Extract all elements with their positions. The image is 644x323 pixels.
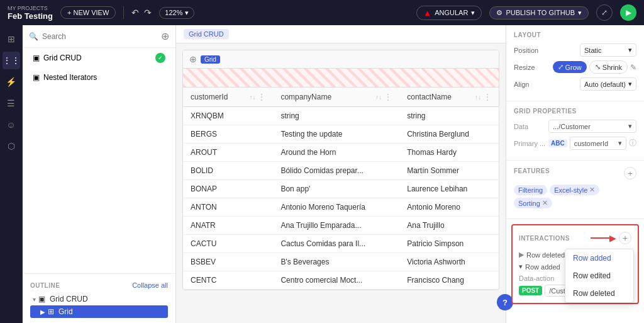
outline-grid-sub-icon: ⊞: [48, 307, 54, 316]
grid-properties-section: GRID PROPERTIES Data .../Customer ▾ Prim…: [506, 101, 644, 161]
cell-contactName: string: [399, 107, 499, 125]
data-label: Data: [514, 123, 548, 130]
search-input[interactable]: [42, 32, 157, 41]
dropdown-item-row-edited[interactable]: Row edited: [565, 267, 633, 285]
new-view-button[interactable]: + NEW VIEW: [60, 6, 116, 19]
collapse-arrow-icon: ▾: [33, 296, 36, 303]
grow-icon: ⤢: [558, 63, 564, 71]
shrink-button[interactable]: ⤡ Shrink: [589, 60, 628, 74]
sidebar-icon-pages[interactable]: ⊞: [3, 30, 20, 48]
zoom-button[interactable]: 122% ▾: [159, 7, 194, 19]
sidebar-icon-data[interactable]: ⚡: [3, 73, 20, 91]
table-row[interactable]: ANTONAntonio Moreno TaqueríaAntonio More…: [183, 198, 499, 217]
sort-icons[interactable]: ↑↓: [249, 94, 255, 101]
info-icon[interactable]: ⓘ: [629, 138, 636, 149]
tree-item-grid-crud[interactable]: ▣ Grid CRUD ✓: [26, 49, 172, 67]
cell-customerId: ANTON: [183, 198, 273, 217]
dropdown-item-row-deleted[interactable]: Row deleted: [565, 285, 633, 302]
data-row: Data .../Customer ▾: [514, 120, 636, 133]
data-dropdown-icon: ▾: [628, 122, 632, 130]
feature-excel-style: Excel-style ✕: [550, 184, 599, 195]
expand-arrow-icon: ▶: [40, 309, 45, 315]
nested-iterators-label: Nested Iterators: [43, 73, 165, 82]
table-row[interactable]: BSBEVB's BeveragesVictoria Ashworth: [183, 253, 499, 271]
redo-icon[interactable]: ↷: [144, 8, 152, 18]
share-button[interactable]: ⤢: [596, 4, 613, 21]
features-label: FEATURES: [514, 167, 550, 174]
topbar: MY PROJECTS Feb Testing + NEW VIEW ↶ ↷ 1…: [0, 0, 644, 25]
my-projects-label: MY PROJECTS: [8, 5, 53, 11]
grow-button[interactable]: ⤢ Grow: [553, 61, 587, 73]
cell-customerId: CACTU: [183, 235, 273, 253]
feature-filtering-label: Filtering: [518, 186, 543, 194]
col-label-customerId: customerId: [191, 93, 228, 101]
cell-companyName: Around the Horn: [273, 144, 399, 162]
primary-select[interactable]: customerId ▾: [570, 137, 626, 150]
add-feature-button[interactable]: +: [624, 167, 636, 179]
sidebar-icon-layers[interactable]: ⬡: [3, 137, 20, 155]
table-row[interactable]: BONAPBon app'Laurence Lebihan: [183, 180, 499, 198]
grid-tag: Grid: [201, 55, 220, 64]
table-row[interactable]: XRNQBMstringstring: [183, 107, 499, 125]
table-row[interactable]: BOLIDBólido Comidas prepar...Martín Somm…: [183, 162, 499, 180]
edit-icon[interactable]: ✎: [630, 63, 636, 72]
table-row[interactable]: ANATRAna Trujillo Emparada...Ana Trujill…: [183, 217, 499, 235]
cell-contactName: Patricio Simpson: [399, 235, 499, 253]
zoom-label: 122%: [165, 9, 182, 16]
undo-icon[interactable]: ↶: [131, 8, 139, 18]
cell-customerId: BSBEV: [183, 253, 273, 271]
left-panel-spacer: [23, 87, 175, 273]
framework-dropdown-icon: ▾: [471, 9, 475, 17]
position-label: Position: [514, 47, 538, 54]
outline-node-grid-crud[interactable]: ▾ ▣ Grid CRUD: [30, 293, 168, 305]
align-select[interactable]: Auto (default) ▾: [580, 77, 636, 91]
sidebar-icon-face[interactable]: ☺: [3, 116, 20, 133]
collapse-all-link[interactable]: Collapse all: [132, 281, 168, 289]
sort-icons-2[interactable]: ↑↓: [375, 94, 382, 101]
table-row[interactable]: BERGSTesting the updateChristina Berglun…: [183, 125, 499, 144]
outline-section: OUTLINE Collapse all ▾ ▣ Grid CRUD ▶ ⊞ G…: [23, 273, 175, 323]
outline-header: OUTLINE Collapse all: [28, 279, 170, 293]
outline-grid-icon: ▣: [38, 295, 45, 303]
active-indicator: ✓: [155, 53, 165, 63]
sort-icons-3[interactable]: ↑↓: [475, 94, 481, 101]
play-button[interactable]: ▶: [620, 4, 636, 21]
align-row: Align Auto (default) ▾: [514, 77, 636, 91]
dropdown-item-row-added[interactable]: Row added: [565, 249, 633, 267]
sidebar-icon-settings[interactable]: ☰: [3, 94, 20, 112]
right-panel: LAYOUT Position Static ▾ Resize ⤢ Grow ⤡: [506, 25, 644, 323]
outline-grid-label: Grid: [58, 307, 73, 316]
add-interaction-button[interactable]: +: [619, 232, 631, 244]
main-layout: ⊞ ⋮⋮ ⚡ ☰ ☺ ⬡ 🔍 ⊕ ▣ Grid CRUD ✓ ▣ Nested …: [0, 25, 644, 323]
table-row[interactable]: AROUTAround the HornThomas Hardy: [183, 144, 499, 162]
cell-companyName: string: [273, 107, 399, 125]
framework-button[interactable]: ▲ ANGULAR ▾: [416, 6, 482, 20]
cell-customerId: BOLID: [183, 162, 273, 180]
col-more-icon-2[interactable]: ⋮: [384, 93, 392, 101]
cell-contactName: Christina Berglund: [399, 125, 499, 144]
abc-badge: ABC: [548, 139, 567, 147]
publish-button[interactable]: ⚙ PUBLISH TO GITHUB ▾: [489, 6, 589, 20]
outline-tree: ▾ ▣ Grid CRUD ▶ ⊞ Grid: [28, 293, 170, 318]
feature-excel-remove[interactable]: ✕: [589, 186, 595, 194]
cell-contactName: Francisco Chang: [399, 271, 499, 290]
grid-props-label: GRID PROPERTIES: [514, 108, 636, 115]
outline-node-grid[interactable]: ▶ ⊞ Grid: [30, 305, 168, 318]
sidebar-icon-components[interactable]: ⋮⋮: [3, 52, 20, 69]
data-select[interactable]: .../Customer ▾: [548, 120, 636, 133]
col-more-icon-3[interactable]: ⋮: [484, 93, 491, 101]
position-select[interactable]: Static ▾: [580, 43, 636, 57]
resize-label: Resize: [514, 64, 535, 71]
resize-row: Resize ⤢ Grow ⤡ Shrink ✎: [514, 60, 636, 74]
col-more-icon[interactable]: ⋮: [258, 93, 265, 101]
add-item-icon[interactable]: ⊕: [161, 30, 169, 42]
play-icon: ▶: [626, 8, 631, 17]
table-row[interactable]: CACTUCactus Comidas para Il...Patricio S…: [183, 235, 499, 253]
grid-crud-icon: ▣: [33, 54, 40, 62]
tree-item-nested-iterators[interactable]: ▣ Nested Iterators: [26, 69, 172, 86]
position-dropdown-icon: ▾: [628, 46, 632, 54]
left-panel: 🔍 ⊕ ▣ Grid CRUD ✓ ▣ Nested Iterators OUT…: [23, 25, 176, 323]
table-row[interactable]: CENTCCentro comercial Moct...Francisco C…: [183, 271, 499, 290]
github-icon: ⚙: [496, 9, 502, 17]
feature-sorting-remove[interactable]: ✕: [542, 199, 548, 207]
